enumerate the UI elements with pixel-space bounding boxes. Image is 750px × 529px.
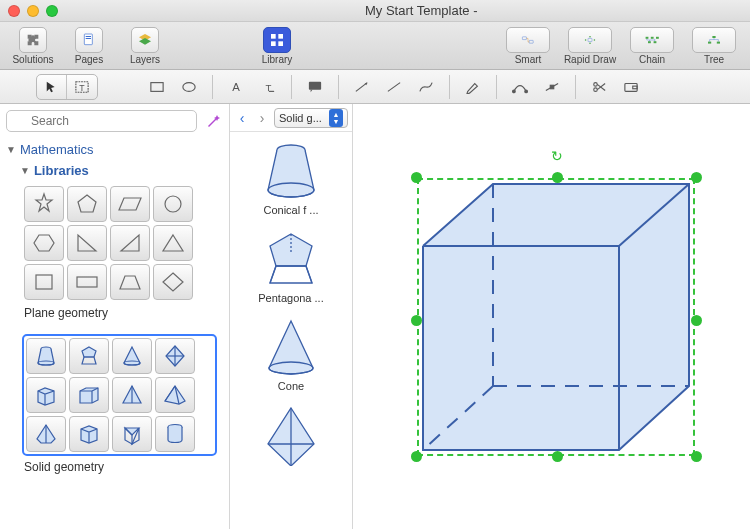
- library-label: Library: [262, 54, 293, 65]
- shape-rect[interactable]: [67, 264, 107, 300]
- tree-libraries[interactable]: ▼ Libraries: [20, 163, 223, 178]
- svg-marker-66: [38, 388, 54, 405]
- puzzle-icon: [19, 27, 47, 53]
- shape-parallelogram[interactable]: [110, 186, 150, 222]
- svg-marker-46: [36, 194, 52, 211]
- wand-button[interactable]: [203, 111, 223, 131]
- shape-right-triangle2[interactable]: [110, 225, 150, 261]
- shape-pentagon[interactable]: [67, 186, 107, 222]
- solid-geometry-library[interactable]: [24, 336, 215, 454]
- scissors-tool[interactable]: [584, 75, 614, 99]
- search-input[interactable]: [6, 110, 197, 132]
- divider: [212, 75, 213, 99]
- svg-point-38: [594, 82, 598, 86]
- text-tool[interactable]: A: [221, 75, 251, 99]
- divider: [575, 75, 576, 99]
- svg-line-41: [597, 83, 605, 89]
- pointer-text-segment: T: [36, 74, 98, 100]
- svg-rect-2: [86, 38, 91, 39]
- svg-marker-51: [78, 235, 96, 251]
- svg-marker-60: [82, 347, 96, 357]
- pages-button[interactable]: Pages: [64, 27, 114, 65]
- wallet-tool[interactable]: [616, 75, 646, 99]
- layers-icon: [131, 27, 159, 53]
- ellipse-tool[interactable]: [174, 75, 204, 99]
- shape-pentagonal[interactable]: Pentagona ...: [256, 224, 326, 310]
- selected-shape[interactable]: ↻: [415, 154, 698, 464]
- library-dropdown[interactable]: Solid g... ▲▼: [274, 108, 348, 128]
- shape-octahedron-partial[interactable]: [256, 400, 326, 472]
- pointer-tool[interactable]: [37, 75, 67, 99]
- svg-rect-43: [633, 86, 637, 89]
- chain-icon: [630, 27, 674, 53]
- callout-tool[interactable]: [300, 75, 330, 99]
- shape-frustum[interactable]: [26, 338, 66, 374]
- solutions-button[interactable]: Solutions: [8, 27, 58, 65]
- text-block-tool[interactable]: T: [253, 75, 283, 99]
- shape-cone[interactable]: Cone: [256, 312, 326, 398]
- shape-triangle[interactable]: [153, 225, 193, 261]
- svg-marker-47: [78, 195, 96, 212]
- shape-tri-prism[interactable]: [112, 416, 152, 452]
- pen-tool[interactable]: [458, 75, 488, 99]
- nav-back-button[interactable]: ‹: [234, 108, 250, 128]
- shape-hex-pyramid[interactable]: [26, 416, 66, 452]
- arrow-tool[interactable]: [347, 75, 377, 99]
- svg-marker-57: [163, 273, 183, 291]
- grid-icon: [263, 27, 291, 53]
- shape-star[interactable]: [24, 186, 64, 222]
- zoom-window-button[interactable]: [46, 5, 58, 17]
- shape-tetra[interactable]: [112, 377, 152, 413]
- shape-hexagon[interactable]: [24, 225, 64, 261]
- svg-point-12: [589, 36, 591, 38]
- shape-conical-frustum[interactable]: Conical f ...: [256, 136, 326, 222]
- shape-prism2[interactable]: [69, 416, 109, 452]
- library-button[interactable]: Library: [252, 27, 302, 65]
- shape-cuboid[interactable]: [69, 377, 109, 413]
- close-window-button[interactable]: [8, 5, 20, 17]
- line-tool[interactable]: [379, 75, 409, 99]
- text-frame-tool[interactable]: T: [67, 75, 97, 99]
- shape-square[interactable]: [24, 264, 64, 300]
- plane-geometry-library[interactable]: [24, 186, 215, 300]
- rapid-draw-button[interactable]: Rapid Draw: [562, 27, 618, 65]
- bezier-tool[interactable]: [505, 75, 535, 99]
- shape-trapezoid[interactable]: [110, 264, 150, 300]
- tree-mathematics[interactable]: ▼ Mathematics: [6, 142, 223, 157]
- shape-cube[interactable]: [26, 377, 66, 413]
- chain-button[interactable]: Chain: [624, 27, 680, 65]
- svg-line-33: [388, 82, 400, 91]
- shape-cone[interactable]: [112, 338, 152, 374]
- shape-right-triangle[interactable]: [67, 225, 107, 261]
- rect-tool[interactable]: [142, 75, 172, 99]
- shape-pyramid[interactable]: [155, 377, 195, 413]
- drawing-canvas[interactable]: ↻: [353, 104, 750, 529]
- shape-pent-prism[interactable]: [69, 338, 109, 374]
- shape-rhombus[interactable]: [153, 264, 193, 300]
- tree-button[interactable]: Tree: [686, 27, 742, 65]
- window-controls: [8, 5, 58, 17]
- node-tool[interactable]: [537, 75, 567, 99]
- spline-tool[interactable]: [411, 75, 441, 99]
- svg-marker-56: [120, 276, 140, 289]
- shape-circle[interactable]: [153, 186, 193, 222]
- nav-forward-button[interactable]: ›: [254, 108, 270, 128]
- svg-marker-88: [423, 184, 689, 450]
- stepper-icon: ▲▼: [329, 109, 343, 127]
- svg-rect-21: [712, 36, 715, 38]
- svg-marker-80: [270, 266, 312, 283]
- divider: [338, 75, 339, 99]
- shape-cylinder[interactable]: [155, 416, 195, 452]
- rapid-label: Rapid Draw: [564, 54, 616, 65]
- plane-geometry-title: Plane geometry: [24, 306, 223, 320]
- layers-button[interactable]: Layers: [120, 27, 170, 65]
- svg-text:T: T: [79, 82, 85, 92]
- cube-shape[interactable]: [415, 154, 698, 464]
- divider: [496, 75, 497, 99]
- window-titlebar: My Start Template -: [0, 0, 750, 22]
- svg-rect-37: [550, 85, 554, 89]
- shape-octahedron[interactable]: [155, 338, 195, 374]
- minimize-window-button[interactable]: [27, 5, 39, 17]
- svg-rect-16: [646, 36, 649, 38]
- smart-button[interactable]: Smart: [500, 27, 556, 65]
